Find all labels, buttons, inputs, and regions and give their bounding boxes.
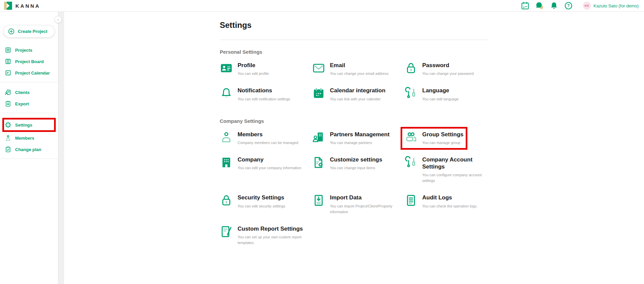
sidebar-collapse-button[interactable]: ‹ — [54, 16, 62, 23]
company-icon — [220, 156, 233, 169]
create-project-button[interactable]: Create Project — [3, 25, 55, 38]
report-icon — [220, 225, 233, 238]
settings-tile-calendar-integration[interactable]: Calendar integration You can link with y… — [312, 87, 385, 102]
sidebar-item-project-board[interactable]: Project Board — [0, 56, 58, 67]
section-heading: Personal Settings — [220, 49, 489, 55]
tile-description: You can change your email address — [330, 71, 389, 77]
settings-tile-custom-report-settings[interactable]: Custom Report Settings You can set up yo… — [220, 225, 305, 246]
clients-icon — [5, 89, 11, 96]
sidebar-item-settings[interactable]: Settings — [4, 119, 54, 131]
partners-icon — [312, 131, 325, 144]
settings-tile-notifications[interactable]: Notifications You can edit notification … — [220, 87, 290, 102]
export-icon — [5, 100, 11, 107]
email-icon — [312, 62, 325, 75]
sidebar-item-export[interactable]: Export — [0, 98, 58, 109]
tile-description: You can link with your calender — [330, 96, 385, 102]
tile-text: Members Company members can be managed — [238, 131, 298, 146]
tile-title: Import Data — [330, 194, 397, 201]
sidebar-item-label: Projects — [15, 48, 32, 53]
group-icon — [405, 131, 417, 144]
header-action-notifications[interactable] — [550, 1, 558, 10]
sidebar-item-members[interactable]: Members — [0, 132, 58, 144]
tile-text: Profile You can edit profile — [238, 62, 269, 77]
tile-description: You can import Project/Client/Property i… — [330, 203, 397, 215]
sidebar-item-label: Members — [15, 136, 34, 141]
sidebar-item-label: Project Board — [15, 59, 44, 64]
sidebar: ‹ Create Project Projects Project Board — [0, 12, 58, 284]
tile-grid: Members Company members can be managed P… — [220, 131, 489, 246]
settings-tile-password[interactable]: Password You can change your password — [405, 62, 474, 77]
tile-title: Security Settings — [238, 194, 285, 201]
sidebar-item-project-calendar[interactable]: Project Calendar — [0, 67, 58, 79]
tile-text: Email You can change your email address — [330, 62, 389, 77]
settings-tile-security-settings[interactable]: Security Settings You can edit security … — [220, 194, 285, 215]
header-actions: ? KS Kazuto Sato (for demo) — [521, 1, 639, 10]
header-action-calendar[interactable] — [521, 1, 530, 10]
tile-description: You can set up your own custom report te… — [238, 234, 305, 246]
tile-text: Password You can change your password — [422, 62, 474, 77]
tile-title: Custom Report Settings — [238, 225, 305, 232]
tile-title: Customize settings — [330, 156, 382, 163]
settings-tile-language[interactable]: Language You can edit language — [405, 87, 459, 102]
settings-tile-company-account-settings[interactable]: Company Account Settings You can configu… — [405, 156, 489, 184]
sidebar-links — [0, 162, 58, 166]
customize-icon — [312, 156, 325, 169]
settings-tile-audit-logs[interactable]: Audit Logs You can check the operation l… — [405, 194, 478, 215]
tile-title: Calendar integration — [330, 87, 385, 94]
audit-icon — [405, 194, 417, 207]
tools-icon — [405, 156, 417, 169]
header-chat-icon — [535, 1, 544, 10]
settings-tile-group-settings[interactable]: Group Settings You can manage group — [405, 131, 464, 146]
tile-title: Members — [238, 131, 298, 138]
tile-description: You can change your password — [422, 71, 474, 77]
tile-title: Group Settings — [422, 131, 464, 138]
settings-section: Personal Settings Profile You can edit p… — [220, 49, 489, 102]
svg-text:?: ? — [567, 3, 569, 8]
kanna-logo-text: KANNA — [15, 3, 40, 9]
header-icon-group: ? — [521, 1, 573, 10]
header-action-chat[interactable] — [535, 1, 544, 10]
settings-tile-customize-settings[interactable]: Customize settings You can change input … — [312, 156, 382, 184]
tile-text: Company You can edit your company inform… — [238, 156, 302, 171]
create-project-label: Create Project — [18, 29, 47, 34]
password-icon — [405, 62, 417, 75]
tile-text: Calendar integration You can link with y… — [330, 87, 385, 102]
main-content: Settings Personal Settings Profile You — [64, 12, 644, 284]
sidebar-item-change-plan[interactable]: Change plan — [0, 144, 58, 155]
security-icon — [220, 194, 233, 207]
tile-title: Language — [422, 87, 459, 94]
tile-description: You can edit profile — [238, 71, 269, 77]
sidebar-group: Projects Project Board Project Calendar — [0, 43, 58, 82]
tile-text: Custom Report Settings You can set up yo… — [238, 225, 305, 246]
sections: Personal Settings Profile You can edit p… — [220, 49, 489, 246]
settings-section: Company Settings Members Company members… — [220, 118, 489, 246]
settings-tile-import-data[interactable]: Import Data You can import Project/Clien… — [312, 194, 397, 215]
tile-description: You can edit language — [422, 96, 459, 102]
import-icon — [312, 194, 325, 207]
header-action-help[interactable]: ? — [564, 1, 573, 10]
change-plan-icon — [5, 146, 11, 153]
settings-gear-icon — [5, 122, 11, 128]
sidebar-item-clients[interactable]: Clients — [0, 87, 58, 98]
tile-text: Language You can edit language — [422, 87, 459, 102]
tile-description: You can edit your company information — [238, 165, 302, 171]
tile-title: Company — [238, 156, 302, 163]
settings-tile-company[interactable]: Company You can edit your company inform… — [220, 156, 302, 184]
profile-icon — [220, 62, 233, 75]
tile-description: You can check the operation logs. — [422, 203, 478, 209]
tile-grid: Profile You can edit profile Email You c… — [220, 62, 489, 102]
tile-description: You can change input items — [330, 165, 382, 171]
tile-description: You can edit notification settings — [238, 96, 290, 102]
sidebar-item-projects[interactable]: Projects — [0, 44, 58, 56]
tile-description: You can manage group — [422, 140, 464, 146]
user-menu[interactable]: KS Kazuto Sato (for demo) — [583, 2, 639, 10]
settings-tile-email[interactable]: Email You can change your email address — [312, 62, 389, 77]
sidebar-item-label: Export — [15, 101, 29, 106]
kanna-logo[interactable]: KANNA — [4, 2, 40, 10]
settings-tile-profile[interactable]: Profile You can edit profile — [220, 62, 269, 77]
settings-page: Settings Personal Settings Profile You — [220, 12, 489, 284]
settings-tile-partners-management[interactable]: Partners Management You can manage partn… — [312, 131, 390, 146]
settings-tile-members[interactable]: Members Company members can be managed — [220, 131, 298, 146]
tile-title: Partners Management — [330, 131, 390, 138]
page: ‹ Create Project Projects Project Board — [0, 0, 644, 284]
